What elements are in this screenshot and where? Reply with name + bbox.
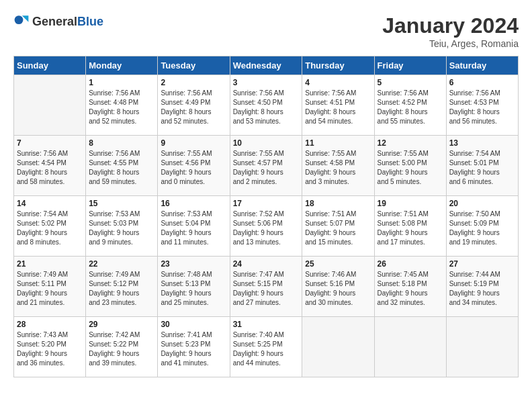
day-number: 28 xyxy=(17,320,83,329)
day-info: Sunrise: 7:44 AM Sunset: 5:19 PM Dayligh… xyxy=(449,270,515,308)
week-row-2: 7Sunrise: 7:56 AM Sunset: 4:54 PM Daylig… xyxy=(14,136,519,196)
day-info: Sunrise: 7:56 AM Sunset: 4:49 PM Dayligh… xyxy=(161,89,226,126)
day-number: 18 xyxy=(305,199,371,208)
day-info: Sunrise: 7:56 AM Sunset: 4:52 PM Dayligh… xyxy=(378,89,443,126)
calendar-header: SundayMondayTuesdayWednesdayThursdayFrid… xyxy=(14,56,519,75)
weekday-monday: Monday xyxy=(86,56,158,75)
calendar-cell: 29Sunrise: 7:42 AM Sunset: 5:22 PM Dayli… xyxy=(86,317,158,377)
title-block: January 2024 Teiu, Arges, Romania xyxy=(382,13,519,49)
calendar-cell: 22Sunrise: 7:49 AM Sunset: 5:12 PM Dayli… xyxy=(86,257,158,317)
day-info: Sunrise: 7:49 AM Sunset: 5:12 PM Dayligh… xyxy=(89,270,154,308)
calendar-cell: 16Sunrise: 7:53 AM Sunset: 5:04 PM Dayli… xyxy=(158,196,230,257)
day-info: Sunrise: 7:56 AM Sunset: 4:53 PM Dayligh… xyxy=(449,89,515,126)
logo-general-text: General xyxy=(32,15,77,28)
week-row-5: 28Sunrise: 7:43 AM Sunset: 5:20 PM Dayli… xyxy=(14,317,519,377)
calendar-cell xyxy=(374,317,446,377)
day-info: Sunrise: 7:55 AM Sunset: 5:00 PM Dayligh… xyxy=(378,149,443,187)
weekday-sunday: Sunday xyxy=(14,56,86,75)
calendar-table: SundayMondayTuesdayWednesdayThursdayFrid… xyxy=(13,56,519,377)
day-number: 31 xyxy=(233,320,300,329)
day-number: 25 xyxy=(305,259,371,269)
week-row-1: 1Sunrise: 7:56 AM Sunset: 4:48 PM Daylig… xyxy=(14,75,519,136)
location-subtitle: Teiu, Arges, Romania xyxy=(382,38,519,49)
day-info: Sunrise: 7:56 AM Sunset: 4:50 PM Dayligh… xyxy=(233,89,300,126)
day-info: Sunrise: 7:52 AM Sunset: 5:06 PM Dayligh… xyxy=(233,210,300,247)
weekday-saturday: Saturday xyxy=(446,56,518,75)
calendar-cell: 18Sunrise: 7:51 AM Sunset: 5:07 PM Dayli… xyxy=(302,196,374,257)
day-number: 23 xyxy=(161,259,226,269)
logo-icon xyxy=(13,13,30,30)
day-number: 30 xyxy=(161,320,226,329)
calendar-cell xyxy=(302,317,374,377)
calendar-cell: 4Sunrise: 7:56 AM Sunset: 4:51 PM Daylig… xyxy=(302,75,374,136)
day-info: Sunrise: 7:51 AM Sunset: 5:08 PM Dayligh… xyxy=(378,210,443,247)
calendar-cell: 21Sunrise: 7:49 AM Sunset: 5:11 PM Dayli… xyxy=(14,257,86,317)
day-info: Sunrise: 7:42 AM Sunset: 5:22 PM Dayligh… xyxy=(89,330,154,368)
logo-blue-text: Blue xyxy=(77,15,103,28)
weekday-thursday: Thursday xyxy=(302,56,374,75)
day-number: 26 xyxy=(378,259,443,269)
week-row-4: 21Sunrise: 7:49 AM Sunset: 5:11 PM Dayli… xyxy=(14,257,519,317)
day-info: Sunrise: 7:43 AM Sunset: 5:20 PM Dayligh… xyxy=(17,330,83,368)
day-number: 2 xyxy=(161,78,226,87)
weekday-friday: Friday xyxy=(374,56,446,75)
calendar-cell: 8Sunrise: 7:56 AM Sunset: 4:55 PM Daylig… xyxy=(86,136,158,196)
day-number: 4 xyxy=(305,78,371,87)
svg-point-0 xyxy=(15,15,24,24)
calendar-cell: 17Sunrise: 7:52 AM Sunset: 5:06 PM Dayli… xyxy=(230,196,302,257)
calendar-cell: 6Sunrise: 7:56 AM Sunset: 4:53 PM Daylig… xyxy=(446,75,518,136)
day-info: Sunrise: 7:48 AM Sunset: 5:13 PM Dayligh… xyxy=(161,270,226,308)
calendar-cell: 30Sunrise: 7:41 AM Sunset: 5:23 PM Dayli… xyxy=(158,317,230,377)
day-info: Sunrise: 7:56 AM Sunset: 4:55 PM Dayligh… xyxy=(89,149,154,187)
day-number: 3 xyxy=(233,78,300,87)
calendar-cell: 12Sunrise: 7:55 AM Sunset: 5:00 PM Dayli… xyxy=(374,136,446,196)
day-number: 15 xyxy=(89,199,154,208)
calendar-cell: 3Sunrise: 7:56 AM Sunset: 4:50 PM Daylig… xyxy=(230,75,302,136)
calendar-cell: 25Sunrise: 7:46 AM Sunset: 5:16 PM Dayli… xyxy=(302,257,374,317)
calendar-cell: 20Sunrise: 7:50 AM Sunset: 5:09 PM Dayli… xyxy=(446,196,518,257)
calendar-cell: 14Sunrise: 7:54 AM Sunset: 5:02 PM Dayli… xyxy=(14,196,86,257)
day-info: Sunrise: 7:54 AM Sunset: 5:02 PM Dayligh… xyxy=(17,210,83,247)
calendar-cell: 19Sunrise: 7:51 AM Sunset: 5:08 PM Dayli… xyxy=(374,196,446,257)
day-number: 10 xyxy=(233,138,300,148)
calendar-cell: 5Sunrise: 7:56 AM Sunset: 4:52 PM Daylig… xyxy=(374,75,446,136)
weekday-tuesday: Tuesday xyxy=(158,56,230,75)
day-number: 29 xyxy=(89,320,154,329)
calendar-cell: 11Sunrise: 7:55 AM Sunset: 4:58 PM Dayli… xyxy=(302,136,374,196)
calendar-cell: 23Sunrise: 7:48 AM Sunset: 5:13 PM Dayli… xyxy=(158,257,230,317)
day-info: Sunrise: 7:50 AM Sunset: 5:09 PM Dayligh… xyxy=(449,210,515,247)
calendar-cell: 2Sunrise: 7:56 AM Sunset: 4:49 PM Daylig… xyxy=(158,75,230,136)
day-info: Sunrise: 7:55 AM Sunset: 4:57 PM Dayligh… xyxy=(233,149,300,187)
day-info: Sunrise: 7:56 AM Sunset: 4:48 PM Dayligh… xyxy=(89,89,154,126)
calendar-cell xyxy=(446,317,518,377)
day-info: Sunrise: 7:51 AM Sunset: 5:07 PM Dayligh… xyxy=(305,210,371,247)
day-number: 8 xyxy=(89,138,154,148)
day-info: Sunrise: 7:41 AM Sunset: 5:23 PM Dayligh… xyxy=(161,330,226,368)
day-number: 22 xyxy=(89,259,154,269)
calendar-cell xyxy=(14,75,86,136)
day-info: Sunrise: 7:40 AM Sunset: 5:25 PM Dayligh… xyxy=(233,330,300,368)
day-info: Sunrise: 7:53 AM Sunset: 5:04 PM Dayligh… xyxy=(161,210,226,247)
calendar-cell: 1Sunrise: 7:56 AM Sunset: 4:48 PM Daylig… xyxy=(86,75,158,136)
calendar-cell: 15Sunrise: 7:53 AM Sunset: 5:03 PM Dayli… xyxy=(86,196,158,257)
day-info: Sunrise: 7:56 AM Sunset: 4:54 PM Dayligh… xyxy=(17,149,83,187)
day-number: 6 xyxy=(449,78,515,87)
calendar-cell: 10Sunrise: 7:55 AM Sunset: 4:57 PM Dayli… xyxy=(230,136,302,196)
day-info: Sunrise: 7:55 AM Sunset: 4:56 PM Dayligh… xyxy=(161,149,226,187)
day-info: Sunrise: 7:54 AM Sunset: 5:01 PM Dayligh… xyxy=(449,149,515,187)
day-number: 14 xyxy=(17,199,83,208)
week-row-3: 14Sunrise: 7:54 AM Sunset: 5:02 PM Dayli… xyxy=(14,196,519,257)
weekday-wednesday: Wednesday xyxy=(230,56,302,75)
day-number: 21 xyxy=(17,259,83,269)
day-info: Sunrise: 7:45 AM Sunset: 5:18 PM Dayligh… xyxy=(378,270,443,308)
day-info: Sunrise: 7:46 AM Sunset: 5:16 PM Dayligh… xyxy=(305,270,371,308)
weekday-header-row: SundayMondayTuesdayWednesdayThursdayFrid… xyxy=(14,56,519,75)
calendar-cell: 13Sunrise: 7:54 AM Sunset: 5:01 PM Dayli… xyxy=(446,136,518,196)
day-number: 7 xyxy=(17,138,83,148)
day-number: 12 xyxy=(378,138,443,148)
day-number: 5 xyxy=(378,78,443,87)
day-info: Sunrise: 7:53 AM Sunset: 5:03 PM Dayligh… xyxy=(89,210,154,247)
svg-marker-1 xyxy=(22,15,29,22)
calendar-cell: 24Sunrise: 7:47 AM Sunset: 5:15 PM Dayli… xyxy=(230,257,302,317)
calendar-cell: 27Sunrise: 7:44 AM Sunset: 5:19 PM Dayli… xyxy=(446,257,518,317)
